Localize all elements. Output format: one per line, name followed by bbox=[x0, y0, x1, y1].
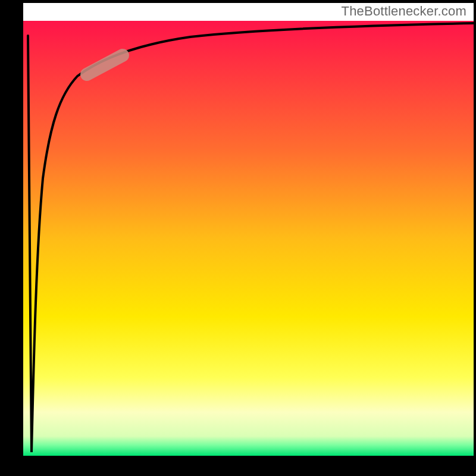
axis-bottom bbox=[0, 456, 476, 476]
plot-background bbox=[23, 21, 474, 456]
attribution-text: TheBottlenecker.com bbox=[342, 4, 466, 19]
frame-top bbox=[0, 0, 476, 3]
chart-svg bbox=[0, 0, 476, 476]
axis-left bbox=[0, 0, 23, 476]
chart-container: TheBottlenecker.com bbox=[0, 0, 476, 476]
frame-right bbox=[474, 0, 476, 476]
